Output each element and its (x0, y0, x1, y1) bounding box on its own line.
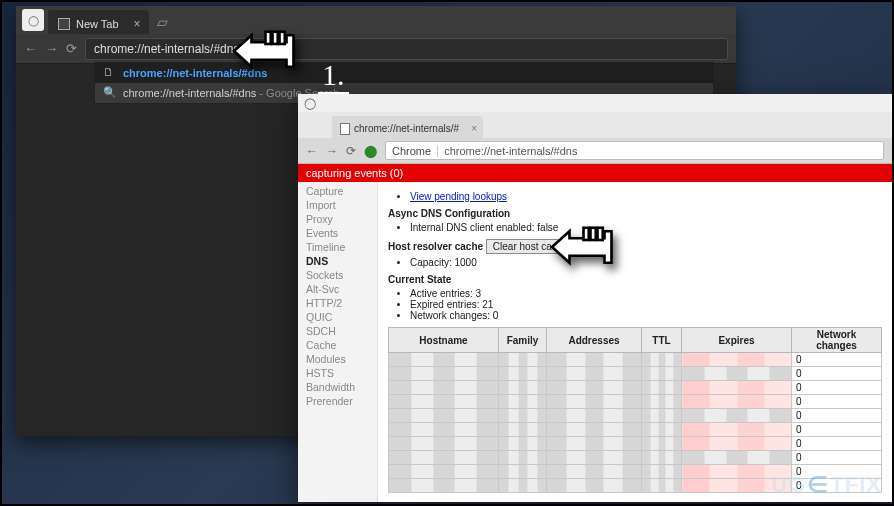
pending-lookups-link[interactable]: View pending lookups (410, 191, 507, 202)
table-cell (499, 367, 547, 381)
url-text: chrome://net-internals/#dns (444, 145, 577, 157)
table-cell (499, 451, 547, 465)
window-titlebar: ◯ (298, 94, 892, 112)
browser-window-2: ◯ chrome://net-internals/# × ← → ⟳ ⬤ Chr… (298, 94, 892, 502)
table-cell (547, 423, 642, 437)
table-cell (642, 409, 682, 423)
column-header: Expires (682, 328, 792, 353)
reload-icon[interactable]: ⟳ (346, 144, 356, 158)
back-icon[interactable]: ← (306, 144, 318, 158)
sidebar-item-cache[interactable]: Cache (298, 338, 377, 352)
sidebar-item-timeline[interactable]: Timeline (298, 240, 377, 254)
column-header: Hostname (389, 328, 499, 353)
table-cell (389, 353, 499, 367)
sidebar-item-import[interactable]: Import (298, 198, 377, 212)
table-cell (682, 409, 792, 423)
table-cell (389, 437, 499, 451)
table-cell: 0 (792, 409, 882, 423)
table-cell (642, 451, 682, 465)
table-cell (389, 451, 499, 465)
scheme-chip: Chrome (392, 145, 438, 157)
column-header: Addresses (547, 328, 642, 353)
sidebar-item-sdch[interactable]: SDCH (298, 324, 377, 338)
table-cell: 0 (792, 423, 882, 437)
close-icon[interactable]: × (471, 123, 477, 134)
step-number-1: 1. (318, 58, 349, 94)
sidebar-item-altsvc[interactable]: Alt-Svc (298, 282, 377, 296)
table-row: 0 (389, 353, 882, 367)
table-cell (642, 423, 682, 437)
sidebar-item-events[interactable]: Events (298, 226, 377, 240)
sidebar-item-bandwidth[interactable]: Bandwidth (298, 380, 377, 394)
table-cell (642, 479, 682, 493)
table-cell (642, 437, 682, 451)
address-bar[interactable] (85, 38, 728, 60)
table-cell (499, 479, 547, 493)
section-heading: Host resolver cache (388, 241, 483, 252)
table-row: 0 (389, 437, 882, 451)
table-cell (642, 367, 682, 381)
browser-tab[interactable]: New Tab × (48, 10, 149, 34)
secure-icon: ⬤ (364, 144, 377, 158)
forward-icon[interactable]: → (326, 144, 338, 158)
table-cell (499, 423, 547, 437)
browser-tab[interactable]: chrome://net-internals/# × (332, 116, 483, 138)
sidebar-item-http2[interactable]: HTTP/2 (298, 296, 377, 310)
table-cell (642, 353, 682, 367)
address-bar[interactable]: Chrome chrome://net-internals/#dns (385, 141, 884, 160)
table-cell (642, 395, 682, 409)
table-cell (389, 479, 499, 493)
sidebar: CaptureImportProxyEventsTimelineDNSSocke… (298, 182, 378, 502)
sidebar-item-hsts[interactable]: HSTS (298, 366, 377, 380)
section-heading: Async DNS Configuration (388, 208, 882, 219)
table-cell: 0 (792, 437, 882, 451)
forward-icon[interactable]: → (45, 41, 58, 56)
sidebar-item-modules[interactable]: Modules (298, 352, 377, 366)
search-icon: 🔍 (103, 86, 115, 100)
sidebar-item-proxy[interactable]: Proxy (298, 212, 377, 226)
table-cell (499, 353, 547, 367)
table-cell (547, 437, 642, 451)
table-cell: 0 (792, 353, 882, 367)
table-cell (642, 381, 682, 395)
sidebar-item-prerender[interactable]: Prerender (298, 394, 377, 408)
watermark: UG∈TFIX (771, 472, 882, 498)
new-tab-button[interactable]: ▱ (157, 14, 168, 34)
table-row: 0 (389, 451, 882, 465)
state-item: Active entries: 3 (410, 288, 882, 299)
tab-title: chrome://net-internals/# (354, 123, 459, 134)
table-cell (389, 409, 499, 423)
table-cell (682, 437, 792, 451)
table-cell (499, 381, 547, 395)
page-icon (58, 18, 70, 30)
close-icon[interactable]: × (134, 17, 141, 31)
page-body: CaptureImportProxyEventsTimelineDNSSocke… (298, 182, 892, 502)
back-icon[interactable]: ← (24, 41, 37, 56)
step-number-2: 2. (638, 250, 669, 286)
sidebar-item-sockets[interactable]: Sockets (298, 268, 377, 282)
table-cell (547, 367, 642, 381)
table-cell (547, 465, 642, 479)
toolbar: ← → ⟳ ⬤ Chrome chrome://net-internals/#d… (298, 138, 892, 164)
toolbar: ← → ⟳ (16, 34, 736, 64)
section-heading: Current State (388, 274, 882, 285)
sidebar-item-dns[interactable]: DNS (298, 254, 377, 268)
clear-host-cache-button[interactable]: Clear host cache (486, 239, 575, 254)
column-header: TTL (642, 328, 682, 353)
table-cell (389, 395, 499, 409)
table-cell (499, 409, 547, 423)
table-cell (547, 479, 642, 493)
suggestion-row[interactable]: 🗋 chrome://net-internals/#dns (95, 63, 713, 83)
main-content: View pending lookups Async DNS Configura… (378, 182, 892, 502)
table-cell: 0 (792, 381, 882, 395)
table-cell (547, 451, 642, 465)
async-dns-item: Internal DNS client enabled: false (410, 222, 882, 233)
table-cell (642, 465, 682, 479)
tab-strip: ◯ New Tab × ▱ (16, 6, 736, 34)
table-cell (389, 465, 499, 479)
reload-icon[interactable]: ⟳ (66, 41, 77, 56)
sidebar-item-quic[interactable]: QUIC (298, 310, 377, 324)
tab-strip: chrome://net-internals/# × (298, 112, 892, 138)
table-cell (499, 437, 547, 451)
sidebar-item-capture[interactable]: Capture (298, 184, 377, 198)
